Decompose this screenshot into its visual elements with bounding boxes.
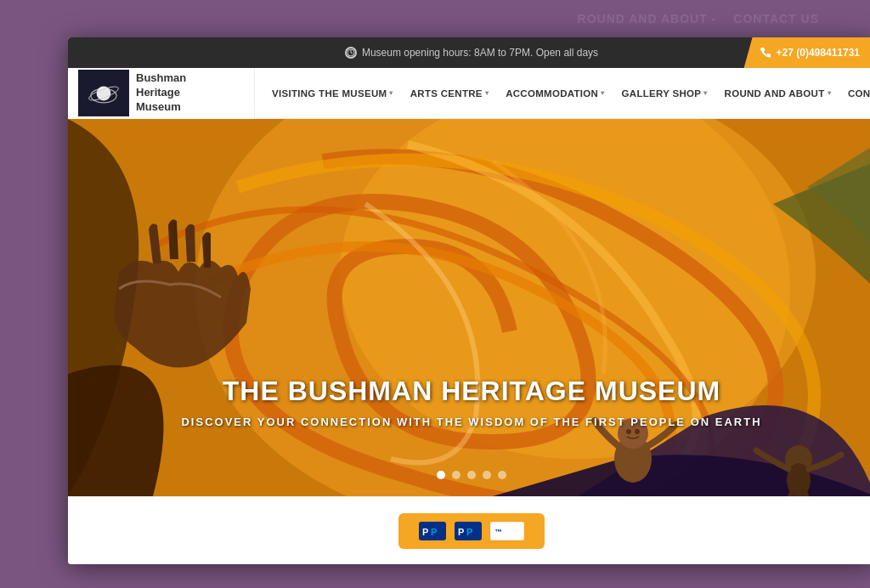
ghost-nav: ROUND AND ABOUT - CONTACT US [0, 12, 870, 25]
info-bar: Museum opening hours: 8AM to 7PM. Open a… [68, 37, 870, 68]
nav-item-arts[interactable]: ARTS CENTRE ▾ [402, 68, 497, 118]
svg-text:P: P [422, 527, 428, 537]
nav-links: VISITING THE MUSEUM ▾ ARTS CENTRE ▾ ACCO… [255, 68, 870, 118]
nav-item-gallery[interactable]: GALLERY SHOP ▾ [613, 68, 716, 118]
svg-point-12 [635, 429, 640, 434]
svg-point-4 [97, 86, 111, 100]
svg-text:™: ™ [494, 528, 502, 536]
info-bar-text: Museum opening hours: 8AM to 7PM. Open a… [362, 47, 598, 59]
nav-arrow-arts: ▾ [485, 89, 489, 97]
logo-line1: Bushman [136, 71, 186, 86]
nav-bar: Bushman Heritage Museum VISITING THE MUS… [68, 68, 870, 119]
browser-window: Museum opening hours: 8AM to 7PM. Open a… [68, 37, 870, 564]
logo-svg [86, 76, 121, 111]
hero-artwork [68, 119, 870, 496]
slide-dot-3[interactable] [467, 471, 476, 479]
nav-item-accommodation[interactable]: ACCOMMODATION ▾ [497, 68, 613, 118]
svg-text:P: P [458, 527, 464, 537]
bottom-bar: P P P P ™ [68, 496, 870, 564]
payment-icon-3: ™ [490, 522, 524, 540]
logo-area[interactable]: Bushman Heritage Museum [68, 68, 255, 119]
ghost-nav-item-2: CONTACT US [733, 12, 819, 25]
payment-icon-1: P P [419, 522, 446, 540]
slider-dots [68, 471, 870, 479]
phone-icon [760, 47, 771, 59]
logo-text: Bushman Heritage Museum [136, 71, 186, 115]
nav-item-contact[interactable]: CONTACT US [839, 68, 870, 118]
nav-item-round[interactable]: ROUND AND ABOUT ▾ [716, 68, 839, 118]
hero-subtitle: DISCOVER YOUR CONNECTION WITH THE WISDOM… [68, 416, 870, 428]
logo-line2: Heritage [136, 86, 186, 100]
nav-arrow-round: ▾ [828, 89, 831, 97]
svg-line-2 [351, 53, 353, 54]
nav-arrow-gallery: ▾ [703, 89, 707, 97]
slide-dot-4[interactable] [483, 471, 491, 479]
hero-title: THE BUSHMAN HERITAGE MUSEUM [68, 376, 870, 407]
slide-dot-5[interactable] [498, 471, 506, 479]
hero-slider: THE BUSHMAN HERITAGE MUSEUM DISCOVER YOU… [68, 119, 870, 496]
nav-arrow-accommodation: ▾ [601, 89, 604, 97]
svg-text:P: P [431, 527, 437, 537]
nav-label-gallery: GALLERY SHOP [622, 88, 702, 99]
svg-point-11 [626, 429, 631, 434]
phone-badge[interactable]: +27 (0)498411731 [744, 37, 870, 68]
nav-label-visiting: VISITING THE MUSEUM [272, 88, 387, 99]
nav-item-visiting[interactable]: VISITING THE MUSEUM ▾ [263, 68, 402, 118]
nav-label-accommodation: ACCOMMODATION [506, 88, 598, 99]
hero-content: THE BUSHMAN HERITAGE MUSEUM DISCOVER YOU… [68, 376, 870, 428]
logo-line3: Museum [136, 100, 186, 115]
slide-dot-1[interactable] [437, 471, 445, 479]
nav-label-contact: CONTACT US [848, 88, 870, 99]
info-bar-content: Museum opening hours: 8AM to 7PM. Open a… [345, 47, 598, 59]
nav-label-arts: ARTS CENTRE [410, 88, 483, 99]
nav-label-round: ROUND AND ABOUT [725, 88, 825, 99]
slide-dot-2[interactable] [452, 471, 460, 479]
nav-arrow-visiting: ▾ [389, 89, 393, 97]
clock-icon [345, 47, 357, 59]
phone-number: +27 (0)498411731 [777, 47, 860, 59]
payment-icon-2: P P [455, 522, 482, 540]
ghost-nav-item-1: ROUND AND ABOUT - [578, 12, 717, 25]
svg-text:P: P [466, 527, 472, 537]
logo-icon [78, 70, 129, 116]
